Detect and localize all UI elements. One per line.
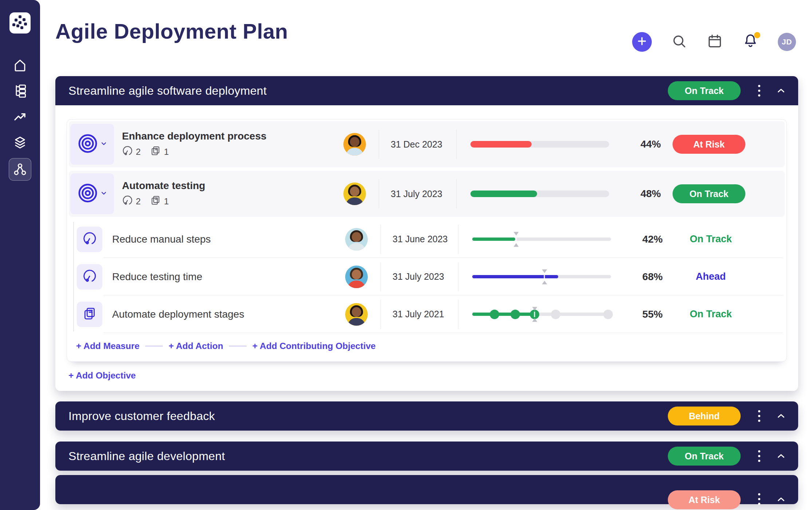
network-hub-icon [12,162,28,177]
sidebar-item-structure[interactable] [9,79,31,102]
progress-percent: 44% [620,138,661,150]
objective-counts: 2 1 [122,145,267,158]
milestone-dot [511,310,520,319]
search-button[interactable] [671,33,687,51]
due-date: 31 July 2023 [393,271,455,282]
initiative-count: 1 [164,147,169,157]
section-title: Streamline agile software deployment [68,84,267,98]
status-text: Ahead [696,271,726,282]
collapse-chevron-icon[interactable] [776,411,787,421]
due-date: 31 June 2023 [393,234,455,244]
plus-icon [637,36,647,48]
owner-avatar [343,183,366,205]
add-action-link[interactable]: + Add Action [169,341,223,351]
due-date: 31 July 2023 [391,189,453,199]
sidebar [0,0,40,510]
kebab-menu-icon[interactable] [754,448,765,464]
initiative-count: 1 [164,196,169,207]
collapse-chevron-icon[interactable] [776,85,787,96]
measure-title[interactable]: Reduce testing time [112,271,202,283]
status-badge[interactable]: On Track [668,81,741,100]
milestone-dot [490,310,499,319]
kpi-gauge-icon [122,195,133,208]
milestone-progress [472,313,611,316]
progress-percent: 68% [622,271,663,283]
sidebar-item-growth[interactable] [9,106,31,128]
progress-bar [470,191,609,197]
tree-hierarchy-icon [12,83,28,99]
status-badge[interactable]: On Track [668,447,741,466]
objective-title[interactable]: Enhance deployment process [122,130,267,142]
sidebar-item-layers[interactable] [9,131,31,154]
milestone-dot [551,310,560,319]
owner-avatar [345,228,368,251]
target-marker [516,236,517,242]
measure-title[interactable]: Reduce manual steps [112,234,211,245]
progress-percent: 55% [622,309,663,320]
section-header[interactable]: Streamline agile software deployment On … [55,76,798,105]
home-icon [12,57,28,73]
objective-expand-button[interactable] [70,124,114,165]
kebab-menu-icon[interactable] [754,83,765,99]
target-icon [77,133,98,156]
notifications-button[interactable] [742,33,759,51]
app-window: Agile Deployment Plan [0,0,812,510]
progress-percent: 42% [622,234,663,245]
top-actions: JD [632,32,796,52]
owner-avatar [343,133,366,156]
kpi-gauge-icon [82,231,97,247]
layers-icon [12,135,28,150]
chevron-down-icon [100,140,107,149]
objective-section-4: At Risk [55,475,798,504]
user-avatar[interactable]: JD [778,33,796,51]
action-title[interactable]: Automate deployment stages [112,309,244,320]
calendar-button[interactable] [706,33,723,51]
milestone-dot [603,310,613,319]
progress-bar [470,141,609,148]
trend-up-icon [12,109,28,125]
owner-avatar [345,303,368,326]
search-icon [671,33,687,51]
collapse-chevron-icon[interactable] [776,494,787,505]
status-badge[interactable]: On Track [673,184,745,203]
section-title: Improve customer feedback [68,409,215,423]
kpi-count: 2 [136,196,141,207]
measure-row: Reduce testing time 31 July 2 [67,258,787,295]
objective-section-2: Improve customer feedback Behind [55,401,798,431]
kebab-menu-icon[interactable] [754,408,765,424]
status-badge[interactable]: Behind [668,407,741,425]
section-header[interactable]: Streamline agile development On Track [55,442,798,471]
due-date: 31 Dec 2023 [391,139,453,150]
kpi-count: 2 [136,147,141,157]
connector-line [145,346,163,346]
objective-row: Automate testing 2 [69,171,785,217]
main-area: Agile Deployment Plan [40,0,812,510]
app-logo-icon[interactable] [9,12,31,34]
status-badge[interactable]: At Risk [668,490,741,509]
section-header[interactable]: Improve customer feedback Behind [55,401,798,431]
chevron-down-icon [100,189,107,198]
kebab-menu-icon[interactable] [754,491,765,507]
add-measure-link[interactable]: + Add Measure [76,341,139,351]
status-text: On Track [690,309,732,320]
target-icon [77,183,98,205]
objective-section-3: Streamline agile development On Track [55,442,798,471]
objective-title[interactable]: Automate testing [122,180,205,192]
goals-card: Enhance deployment process 2 [67,119,787,362]
progress-slider [472,275,611,278]
objective-section-1: Streamline agile software deployment On … [55,76,798,391]
section-header[interactable]: At Risk [55,475,798,504]
add-objective-link[interactable]: + Add Objective [68,370,136,381]
sidebar-item-home[interactable] [9,54,31,76]
collapse-chevron-icon[interactable] [776,451,787,462]
sidebar-item-strategy-map[interactable] [9,158,31,181]
measure-icon-box [77,227,102,252]
section-title: Streamline agile development [68,450,225,463]
initiative-pages-icon [150,145,161,158]
status-badge[interactable]: At Risk [673,135,745,154]
add-contributing-objective-link[interactable]: + Add Contributing Objective [252,341,376,351]
objective-expand-button[interactable] [70,173,114,214]
status-text: On Track [690,234,732,245]
action-row: Automate deployment stages 31 [67,295,787,333]
add-button[interactable] [632,32,652,52]
